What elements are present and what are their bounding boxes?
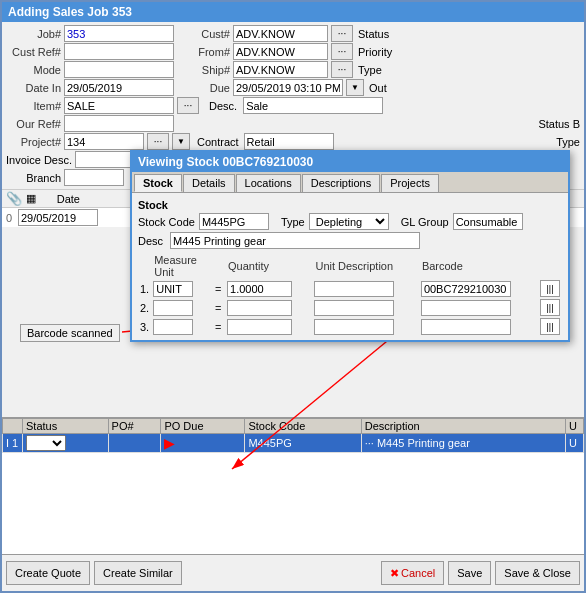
desc-input[interactable]: [243, 97, 383, 114]
row1-num: 1.: [138, 279, 151, 298]
modal-code-label: Stock Code: [138, 216, 195, 228]
grid-icon: ▦: [26, 192, 36, 205]
project-dropdown-button[interactable]: ▼: [172, 133, 190, 150]
item-input[interactable]: [64, 97, 174, 114]
row3-desc-input[interactable]: [314, 319, 394, 335]
tab-stock[interactable]: Stock: [134, 174, 182, 192]
row3-barcode-scan-button[interactable]: |||: [540, 318, 560, 335]
measure-table: MeasureUnit Quantity Unit Description Ba…: [138, 253, 562, 336]
status-label: Status: [358, 28, 389, 40]
from-input[interactable]: [233, 43, 328, 60]
due-dropdown-button[interactable]: ▼: [346, 79, 364, 96]
row1-desc-input[interactable]: [314, 281, 394, 297]
measure-row-2: 2. = |||: [138, 298, 562, 317]
due-input[interactable]: [233, 79, 343, 96]
window-title: Adding Sales Job 353: [2, 2, 584, 22]
cancel-button[interactable]: ✖ Cancel: [381, 561, 444, 585]
branch-input[interactable]: [64, 169, 124, 186]
row1-unit-input[interactable]: [153, 281, 193, 297]
modal-desc-input[interactable]: [170, 232, 420, 249]
branch-label: Branch: [6, 172, 61, 184]
table-row[interactable]: I 1 ▶ M445PG ··· M445 Printing gear: [3, 434, 584, 453]
project-input[interactable]: [64, 133, 144, 150]
cust-input[interactable]: [233, 25, 328, 42]
datein-input[interactable]: [64, 79, 174, 96]
row0-date-input[interactable]: [18, 209, 98, 226]
status-select[interactable]: [26, 435, 66, 451]
cell-po-due: ▶: [161, 434, 245, 453]
cell-num: I 1: [3, 434, 23, 453]
desc-dots: ···: [365, 437, 374, 449]
modal-glgroup-label: GL Group: [401, 216, 449, 228]
tab-descriptions[interactable]: Descriptions: [302, 174, 381, 192]
row3-unit-input[interactable]: [153, 319, 193, 335]
col-po: PO#: [108, 419, 161, 434]
priority-label: Priority: [358, 46, 392, 58]
cell-description: ··· M445 Printing gear: [361, 434, 565, 453]
ship-dots-button[interactable]: ···: [331, 61, 353, 78]
date-col-label: Date: [40, 193, 80, 205]
unit-desc-header: Unit Description: [312, 253, 418, 279]
cell-u: U: [566, 434, 584, 453]
project-dots-button[interactable]: ···: [147, 133, 169, 150]
ship-label: Ship#: [190, 64, 230, 76]
ship-input[interactable]: [233, 61, 328, 78]
modal-title: Viewing Stock 00BC769210030: [132, 152, 568, 172]
row3-qty-input[interactable]: [227, 319, 292, 335]
tab-locations[interactable]: Locations: [236, 174, 301, 192]
statusb-label: Status B: [538, 118, 580, 130]
row2-num: 2.: [138, 298, 151, 317]
typeb-label: Type: [556, 136, 580, 148]
row1-qty-input[interactable]: [227, 281, 292, 297]
row1-barcode-scan-button[interactable]: |||: [540, 280, 560, 297]
due-label: Due: [190, 82, 230, 94]
datein-label: Date In: [6, 82, 61, 94]
save-button[interactable]: Save: [448, 561, 491, 585]
item-label: Item#: [6, 100, 61, 112]
row2-qty-input[interactable]: [227, 300, 292, 316]
item-dots-button[interactable]: ···: [177, 97, 199, 114]
invoice-desc-label: Invoice Desc.: [6, 154, 72, 166]
tab-projects[interactable]: Projects: [381, 174, 439, 192]
create-quote-button[interactable]: Create Quote: [6, 561, 90, 585]
row2-eq: =: [213, 298, 225, 317]
cancel-icon: ✖: [390, 567, 399, 580]
paperclip-icon: 📎: [6, 191, 22, 206]
contract-input[interactable]: [244, 133, 334, 150]
save-close-button[interactable]: Save & Close: [495, 561, 580, 585]
contract-label: Contract: [197, 136, 239, 148]
ourref-input[interactable]: [64, 115, 174, 132]
row2-desc-input[interactable]: [314, 300, 394, 316]
project-label: Project#: [6, 136, 61, 148]
modal-code-input[interactable]: [199, 213, 269, 230]
from-dots-button[interactable]: ···: [331, 43, 353, 60]
row1-barcode-input[interactable]: [421, 281, 511, 297]
custref-label: Cust Ref#: [6, 46, 61, 58]
row2-unit-input[interactable]: [153, 300, 193, 316]
row3-barcode-input[interactable]: [421, 319, 511, 335]
tab-details[interactable]: Details: [183, 174, 235, 192]
invoice-desc-input[interactable]: [75, 151, 135, 168]
modal-glgroup-input[interactable]: [453, 213, 523, 230]
cell-po: [108, 434, 161, 453]
job-label: Job#: [6, 28, 61, 40]
modal-stock-label: Stock: [138, 199, 168, 211]
mode-label: Mode: [6, 64, 61, 76]
cust-dots-button[interactable]: ···: [331, 25, 353, 42]
row2-barcode-scan-button[interactable]: |||: [540, 299, 560, 316]
measure-row-3: 3. = |||: [138, 317, 562, 336]
out-label: Out: [369, 82, 387, 94]
data-table: Status PO# PO Due Stock Code Description…: [2, 418, 584, 453]
job-input[interactable]: [64, 25, 174, 42]
create-similar-button[interactable]: Create Similar: [94, 561, 182, 585]
modal-type-select[interactable]: Depleting: [309, 213, 389, 230]
quantity-header: Quantity: [225, 253, 312, 279]
cust-label: Cust#: [190, 28, 230, 40]
row2-barcode-input[interactable]: [421, 300, 511, 316]
barcode-scanned-label: Barcode scanned: [20, 324, 120, 342]
custref-input[interactable]: [64, 43, 174, 60]
measure-row-1: 1. = |||: [138, 279, 562, 298]
cell-status: [23, 434, 109, 453]
modal-tabs: Stock Details Locations Descriptions Pro…: [132, 172, 568, 193]
mode-input[interactable]: [64, 61, 174, 78]
